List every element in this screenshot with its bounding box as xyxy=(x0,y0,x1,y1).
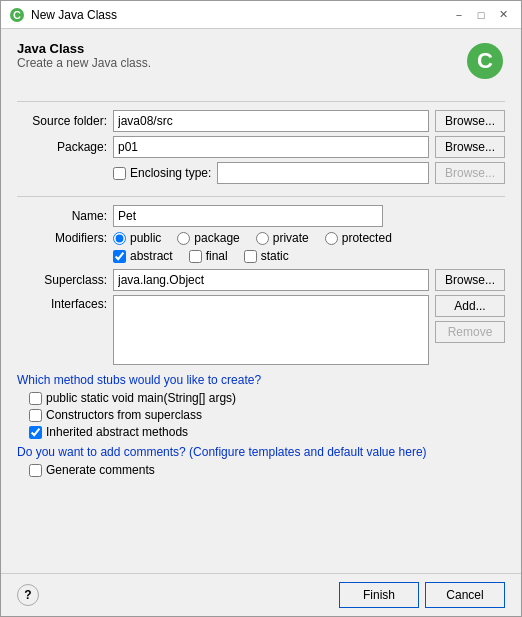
dialog-footer: ? Finish Cancel xyxy=(1,573,521,616)
source-folder-row: Source folder: Browse... xyxy=(17,110,505,132)
modifiers-label: Modifiers: xyxy=(17,231,107,245)
public-radio[interactable] xyxy=(113,232,126,245)
superclass-row: Superclass: Browse... xyxy=(17,269,505,291)
modifiers-section: Modifiers: public package private xyxy=(17,231,505,263)
static-checkbox[interactable] xyxy=(244,250,257,263)
minimize-button[interactable]: − xyxy=(449,5,469,25)
svg-text:C: C xyxy=(477,48,493,73)
stubs-section: Which method stubs would you like to cre… xyxy=(17,373,505,439)
generate-comments-label: Generate comments xyxy=(46,463,155,477)
comments-title-before: Do you want to add comments? (Configure … xyxy=(17,445,399,459)
close-button[interactable]: ✕ xyxy=(493,5,513,25)
eclipse-logo: C xyxy=(465,41,505,81)
add-interface-button[interactable]: Add... xyxy=(435,295,505,317)
finish-button[interactable]: Finish xyxy=(339,582,419,608)
titlebar-controls: − □ ✕ xyxy=(449,5,513,25)
package-label: Package: xyxy=(17,140,107,154)
dialog-title: Java Class xyxy=(17,41,151,56)
private-radio-label[interactable]: private xyxy=(256,231,309,245)
stubs-options: public static void main(String[] args) C… xyxy=(29,391,505,439)
abstract-checkbox[interactable] xyxy=(113,250,126,263)
final-checkbox-label[interactable]: final xyxy=(189,249,228,263)
dialog-header: Java Class Create a new Java class. C xyxy=(17,41,505,81)
superclass-label: Superclass: xyxy=(17,273,107,287)
comments-here-link[interactable]: here xyxy=(399,445,423,459)
footer-left: ? xyxy=(17,584,39,606)
public-label: public xyxy=(130,231,161,245)
enclosing-type-row: Enclosing type: Browse... xyxy=(17,162,505,184)
cancel-button[interactable]: Cancel xyxy=(425,582,505,608)
remove-interface-button[interactable]: Remove xyxy=(435,321,505,343)
header-divider xyxy=(17,101,505,102)
comments-options: Generate comments xyxy=(29,463,505,477)
titlebar-left: C New Java Class xyxy=(9,7,117,23)
comments-section: Do you want to add comments? (Configure … xyxy=(17,445,505,477)
abstract-label: abstract xyxy=(130,249,173,263)
window-title: New Java Class xyxy=(31,8,117,22)
private-label: private xyxy=(273,231,309,245)
main-method-label: public static void main(String[] args) xyxy=(46,391,236,405)
private-radio[interactable] xyxy=(256,232,269,245)
package-label: package xyxy=(194,231,239,245)
dialog-subtitle: Create a new Java class. xyxy=(17,56,151,70)
main-method-checkbox[interactable] xyxy=(29,392,42,405)
main-method-checkbox-label[interactable]: public static void main(String[] args) xyxy=(29,391,505,405)
protected-label: protected xyxy=(342,231,392,245)
enclosing-type-input[interactable] xyxy=(217,162,429,184)
constructors-label: Constructors from superclass xyxy=(46,408,202,422)
abstract-checkbox-label[interactable]: abstract xyxy=(113,249,173,263)
fields-divider xyxy=(17,196,505,197)
package-radio-label[interactable]: package xyxy=(177,231,239,245)
package-row: Package: Browse... xyxy=(17,136,505,158)
interfaces-list xyxy=(113,295,429,365)
package-input[interactable] xyxy=(113,136,429,158)
modifiers-row1: Modifiers: public package private xyxy=(17,231,505,245)
protected-radio-label[interactable]: protected xyxy=(325,231,392,245)
interfaces-row: Interfaces: Add... Remove xyxy=(17,295,505,365)
source-folder-input[interactable] xyxy=(113,110,429,132)
enclosing-type-checkbox[interactable] xyxy=(113,167,126,180)
enclosing-type-label: Enclosing type: xyxy=(130,166,211,180)
generate-comments-checkbox-label[interactable]: Generate comments xyxy=(29,463,505,477)
constructors-checkbox-label[interactable]: Constructors from superclass xyxy=(29,408,505,422)
source-folder-browse-button[interactable]: Browse... xyxy=(435,110,505,132)
maximize-button[interactable]: □ xyxy=(471,5,491,25)
static-checkbox-label[interactable]: static xyxy=(244,249,289,263)
public-radio-label[interactable]: public xyxy=(113,231,161,245)
package-browse-button[interactable]: Browse... xyxy=(435,136,505,158)
final-checkbox[interactable] xyxy=(189,250,202,263)
java-icon: C xyxy=(9,7,25,23)
dialog-content: Java Class Create a new Java class. C So… xyxy=(1,29,521,573)
visibility-radio-group: public package private protected xyxy=(113,231,392,245)
superclass-input[interactable] xyxy=(113,269,429,291)
inherited-checkbox[interactable] xyxy=(29,426,42,439)
stubs-title: Which method stubs would you like to cre… xyxy=(17,373,505,387)
protected-radio[interactable] xyxy=(325,232,338,245)
enclosing-browse-button[interactable]: Browse... xyxy=(435,162,505,184)
static-label: static xyxy=(261,249,289,263)
name-row: Name: xyxy=(17,205,505,227)
final-label: final xyxy=(206,249,228,263)
package-radio[interactable] xyxy=(177,232,190,245)
modifier-check-group: abstract final static xyxy=(113,249,505,263)
name-label: Name: xyxy=(17,209,107,223)
help-button[interactable]: ? xyxy=(17,584,39,606)
constructors-checkbox[interactable] xyxy=(29,409,42,422)
generate-comments-checkbox[interactable] xyxy=(29,464,42,477)
enclosing-type-checkbox-label[interactable]: Enclosing type: xyxy=(113,166,211,180)
header-text: Java Class Create a new Java class. xyxy=(17,41,151,70)
superclass-browse-button[interactable]: Browse... xyxy=(435,269,505,291)
new-java-class-dialog: C New Java Class − □ ✕ Java Class Create… xyxy=(0,0,522,617)
comments-title: Do you want to add comments? (Configure … xyxy=(17,445,505,459)
interfaces-label: Interfaces: xyxy=(17,295,107,311)
name-input[interactable] xyxy=(113,205,383,227)
inherited-checkbox-label[interactable]: Inherited abstract methods xyxy=(29,425,505,439)
svg-text:C: C xyxy=(13,9,21,21)
source-folder-label: Source folder: xyxy=(17,114,107,128)
interfaces-buttons: Add... Remove xyxy=(435,295,505,343)
comments-title-after: ) xyxy=(423,445,427,459)
titlebar: C New Java Class − □ ✕ xyxy=(1,1,521,29)
inherited-label: Inherited abstract methods xyxy=(46,425,188,439)
